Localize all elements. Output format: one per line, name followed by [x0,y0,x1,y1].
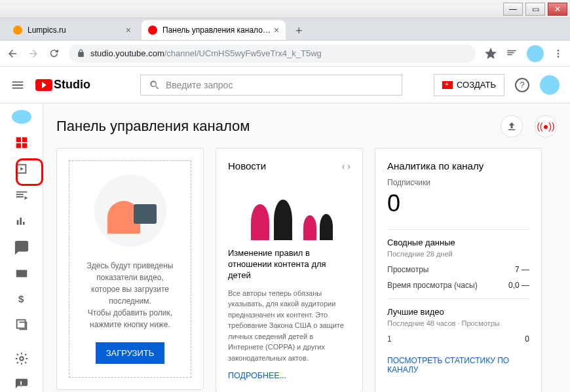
sidebar-videos-icon[interactable] [14,162,29,176]
youtube-play-icon [35,79,52,91]
svg-point-1 [558,52,560,54]
svg-point-11 [20,357,24,361]
pager-prev-icon[interactable]: ‹ [342,161,345,171]
rank-value: 0 [525,334,529,344]
main-area: $ Панель управления каналом ((●)) Здесь … [0,103,570,392]
upload-card: Здесь будут приведены показатели видео, … [56,148,204,390]
upload-button[interactable] [501,115,523,137]
sidebar-monetization-icon[interactable]: $ [14,293,29,306]
address-bar[interactable]: studio.youtube.com/channel/UCmHS5wyFw5ve… [69,45,476,63]
watch-label: Время просмотра (часы) [387,281,478,290]
new-tab-button[interactable]: + [290,22,308,40]
analytics-card: Аналитика по каналу Подписчики 0 Сводные… [375,148,542,392]
sidebar-subtitles-icon[interactable] [14,266,29,281]
maximize-button[interactable]: ▭ [525,3,545,16]
live-icon: ((●)) [537,121,554,132]
browser-tab-lumpics[interactable]: Lumpics.ru × [7,20,138,40]
summary-heading: Сводные данные [387,238,529,247]
sidebar-settings-icon[interactable] [14,351,29,366]
svg-text:$: $ [18,293,24,304]
studio-header: Studio Введите запрос СОЗДАТЬ ? [0,67,570,103]
profile-avatar[interactable] [527,45,544,62]
dashboard-cards: Здесь будут приведены показатели видео, … [56,148,557,392]
svg-rect-8 [16,270,27,277]
forward-button [28,48,39,60]
browser-tab-studio[interactable]: Панель управления каналом - Y × [142,20,286,40]
news-header: Новости [228,160,266,171]
family-illustration [228,178,351,240]
window-titlebar: — ▭ ✕ [0,0,570,18]
browser-menu-icon[interactable] [553,48,563,59]
browser-toolbar: studio.youtube.com/channel/UCmHS5wyFw5ve… [0,41,570,67]
svg-point-0 [558,50,560,52]
news-more-link[interactable]: ПОДРОБНЕЕ... [228,371,351,380]
subscribers-label: Подписчики [387,178,529,187]
svg-rect-3 [16,137,20,142]
watch-value: 0,0 [508,281,520,290]
reload-button[interactable] [48,48,60,59]
tab-close-icon[interactable]: × [274,25,279,35]
sidebar-playlists-icon[interactable] [14,188,29,202]
sidebar-comments-icon[interactable] [14,240,29,255]
lock-icon [77,49,85,58]
sidebar-analytics-icon[interactable] [14,214,29,228]
pager-next-icon[interactable]: › [347,161,351,171]
url-domain: studio.youtube.com [90,48,164,58]
logo-text: Studio [54,78,90,92]
create-button[interactable]: СОЗДАТЬ [434,74,504,96]
media-control-icon[interactable] [506,48,518,60]
content-area: Панель управления каналом ((●)) Здесь бу… [43,103,570,392]
svg-rect-10 [16,320,25,329]
browser-tab-strip: Lumpics.ru × Панель управления каналом -… [0,18,570,41]
search-input[interactable]: Введите запрос [140,75,402,96]
minimize-button[interactable]: — [503,3,523,16]
full-analytics-link[interactable]: ПОСМОТРЕТЬ СТАТИСТИКУ ПО КАНАЛУ [387,356,529,374]
views-label: Просмотры [387,265,428,274]
summary-period: Последние 28 дней [387,250,529,258]
back-button[interactable] [7,48,18,60]
svg-rect-5 [16,143,20,148]
create-label: СОЗДАТЬ [457,80,496,90]
sidebar-dashboard-icon[interactable] [14,135,29,150]
news-card: Новости ‹ › Изменение правил в отношении… [216,148,363,392]
cameraman-illustration [94,175,166,247]
search-icon [149,79,161,91]
svg-rect-4 [22,137,26,142]
svg-point-2 [558,56,560,58]
sidebar: $ [0,103,43,392]
analytics-header: Аналитика по каналу [387,160,529,171]
url-path: /channel/UCmHS5wyFw5veTrx4_k_T5wg [164,48,322,58]
subscribers-value: 0 [387,190,529,217]
favicon-icon [148,26,157,35]
hamburger-menu-icon[interactable] [10,78,25,92]
svg-rect-12 [508,130,516,131]
sidebar-library-icon[interactable] [14,317,29,332]
tab-title: Панель управления каналом - Y [162,26,274,35]
tab-title: Lumpics.ru [28,26,66,35]
studio-logo[interactable]: Studio [35,78,90,92]
go-live-button[interactable]: ((●)) [535,115,557,137]
bookmark-star-icon[interactable] [485,48,497,60]
views-value: 7 [515,265,520,274]
upload-video-button[interactable]: ЗАГРУЗИТЬ [96,342,165,364]
news-item-title: Изменение правил в отношении контента дл… [228,248,351,281]
page-title: Панель управления каналом [56,118,250,135]
close-button[interactable]: ✕ [548,3,567,16]
help-icon[interactable]: ? [515,78,529,92]
best-period: Последние 48 часов · Просмотры [387,319,529,327]
camera-plus-icon [442,81,453,89]
tab-close-icon[interactable]: × [126,25,131,35]
upload-description: Здесь будут приведены показатели видео, … [77,260,183,330]
page-header: Панель управления каналом ((●)) [56,115,557,137]
channel-avatar[interactable] [12,110,31,124]
news-item-body: Все авторы теперь обязаны указывать, для… [228,288,351,364]
svg-rect-6 [22,143,26,148]
upload-dropzone: Здесь будут приведены показатели видео, … [69,160,191,378]
profile-avatar[interactable] [540,75,560,95]
sidebar-feedback-icon[interactable] [14,378,29,392]
rank-label: 1 [387,334,392,344]
news-pager: ‹ › [342,161,351,171]
favicon-icon [13,26,22,35]
search-placeholder: Введите запрос [166,80,233,90]
best-videos-heading: Лучшие видео [387,307,529,317]
